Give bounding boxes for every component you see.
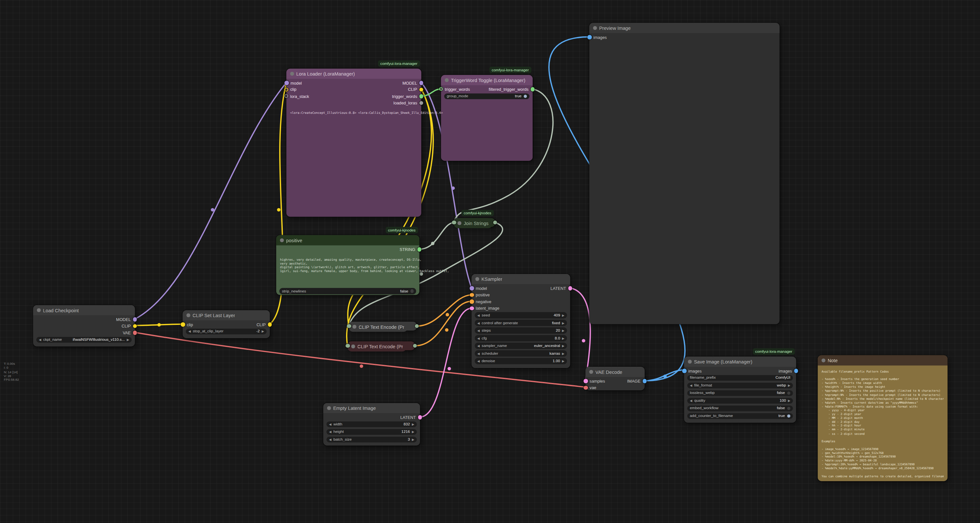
node-load-checkpoint[interactable]: Load CheckpointMODELCLIPVAE◀ckpt_nameil\… bbox=[33, 305, 135, 346]
combo-left-arrow-icon[interactable]: ◀ bbox=[329, 438, 332, 442]
port-samples[interactable] bbox=[584, 379, 588, 383]
combo-left-arrow-icon[interactable]: ◀ bbox=[690, 399, 692, 403]
port-model[interactable] bbox=[284, 81, 289, 85]
port-images[interactable] bbox=[794, 369, 798, 373]
node-header[interactable]: CLIP Set Last Layer bbox=[183, 310, 270, 320]
collapse-dot[interactable] bbox=[475, 277, 479, 281]
graph-canvas[interactable]: Preview ImageimagesTriggerWord Toggle (L… bbox=[0, 0, 980, 523]
port-LATENT[interactable] bbox=[418, 415, 422, 419]
combo-right-arrow-icon[interactable]: ▶ bbox=[562, 336, 565, 340]
widget-scheduler[interactable]: ◀schedulerkarras▶ bbox=[474, 350, 567, 357]
widget-width[interactable]: ◀width832▶ bbox=[326, 421, 417, 427]
toggle-on-icon[interactable] bbox=[523, 95, 527, 98]
collapsed-output-port[interactable] bbox=[415, 324, 419, 328]
collapse-dot[interactable] bbox=[688, 360, 691, 363]
port-clip[interactable] bbox=[181, 322, 185, 326]
node-header[interactable]: CLIP Text Encode (Pr bbox=[348, 322, 408, 332]
port-latent_image[interactable] bbox=[470, 306, 474, 310]
port-clip[interactable] bbox=[284, 87, 288, 92]
toggle-off-icon[interactable] bbox=[787, 391, 791, 395]
port-positive[interactable] bbox=[470, 293, 474, 297]
collapsed-input-port[interactable] bbox=[347, 324, 351, 328]
combo-left-arrow-icon[interactable]: ◀ bbox=[477, 321, 480, 325]
combo-left-arrow-icon[interactable]: ◀ bbox=[477, 352, 480, 355]
collapsed-input-port[interactable] bbox=[345, 344, 350, 348]
widget-quality[interactable]: ◀quality100▶ bbox=[687, 398, 793, 404]
combo-left-arrow-icon[interactable]: ◀ bbox=[690, 384, 692, 387]
port-LATENT[interactable] bbox=[568, 286, 572, 290]
widget-embed-workflow[interactable]: embed_workflowfalse bbox=[687, 405, 793, 412]
collapse-dot[interactable] bbox=[280, 239, 284, 242]
combo-right-arrow-icon[interactable]: ▶ bbox=[562, 344, 565, 347]
combo-right-arrow-icon[interactable]: ▶ bbox=[562, 321, 565, 325]
collapse-dot[interactable] bbox=[290, 72, 294, 76]
node-header[interactable]: TriggerWord Toggle (LoraManager) bbox=[441, 75, 533, 85]
collapse-dot[interactable] bbox=[351, 345, 355, 348]
combo-left-arrow-icon[interactable]: ◀ bbox=[329, 430, 332, 434]
widget-file-format[interactable]: ◀file_formatwebp▶ bbox=[687, 382, 793, 388]
port-model[interactable] bbox=[470, 286, 474, 290]
node-ksampler[interactable]: KSamplermodelLATENTpositivenegativelaten… bbox=[472, 274, 570, 368]
widget-steps[interactable]: ◀steps20▶ bbox=[474, 328, 567, 334]
combo-right-arrow-icon[interactable]: ▶ bbox=[562, 359, 565, 363]
port-MODEL[interactable] bbox=[133, 317, 137, 321]
toggle-off-icon[interactable] bbox=[410, 290, 414, 293]
widget-filename-prefix[interactable]: filename_prefixComfyUI bbox=[687, 375, 793, 381]
node-clip-text-encode-negative[interactable]: CLIP Text Encode (Pr bbox=[347, 341, 415, 350]
node-header[interactable]: Load Checkpoint bbox=[33, 305, 135, 315]
collapse-dot[interactable] bbox=[37, 308, 41, 312]
collapse-dot[interactable] bbox=[445, 78, 448, 82]
widget-group-mode[interactable]: group_modetrue bbox=[444, 94, 530, 100]
collapse-dot[interactable] bbox=[353, 325, 356, 328]
combo-left-arrow-icon[interactable]: ◀ bbox=[477, 328, 480, 332]
port-negative[interactable] bbox=[470, 299, 474, 303]
widget-height[interactable]: ◀height1216▶ bbox=[326, 429, 417, 435]
collapsed-output-port[interactable] bbox=[412, 344, 417, 348]
node-header[interactable]: VAE Decode bbox=[585, 367, 645, 377]
collapsed-input-port[interactable] bbox=[452, 220, 456, 225]
combo-right-arrow-icon[interactable]: ▶ bbox=[562, 352, 565, 355]
node-clip-text-encode-positive[interactable]: CLIP Text Encode (Pr bbox=[348, 322, 417, 330]
node-triggerword-toggle[interactable]: TriggerWord Toggle (LoraManager)trigger_… bbox=[441, 75, 533, 161]
port-trigger_words[interactable] bbox=[419, 94, 423, 98]
port-vae[interactable] bbox=[584, 385, 588, 390]
port-CLIP[interactable] bbox=[133, 324, 137, 328]
combo-right-arrow-icon[interactable]: ▶ bbox=[412, 423, 415, 426]
node-header[interactable]: Join Strings bbox=[454, 218, 492, 228]
combo-left-arrow-icon[interactable]: ◀ bbox=[39, 338, 41, 342]
port-filtered_trigger_words[interactable] bbox=[530, 87, 535, 92]
port-loaded_loras[interactable] bbox=[419, 101, 423, 105]
combo-left-arrow-icon[interactable]: ◀ bbox=[329, 423, 332, 426]
collapse-dot[interactable] bbox=[822, 358, 825, 362]
port-VAE[interactable] bbox=[133, 330, 137, 334]
combo-right-arrow-icon[interactable]: ▶ bbox=[562, 313, 565, 317]
node-clip-set-last-layer[interactable]: CLIP Set Last LayerclipCLIP◀stop_at_clip… bbox=[183, 310, 270, 338]
combo-left-arrow-icon[interactable]: ◀ bbox=[477, 336, 480, 340]
node-header[interactable]: CLIP Text Encode (Pr bbox=[347, 341, 407, 352]
node-preview-image[interactable]: Preview Imageimages bbox=[589, 23, 780, 324]
port-lora_stack[interactable] bbox=[284, 94, 288, 98]
widget-control-after-generate[interactable]: ◀control after generatefixed▶ bbox=[474, 320, 567, 326]
widget-lossless-webp[interactable]: lossless_webpfalse bbox=[687, 390, 793, 396]
node-positive-prompt[interactable]: positiveSTRINGhighres, very detailed, am… bbox=[276, 235, 419, 295]
combo-right-arrow-icon[interactable]: ▶ bbox=[788, 384, 791, 387]
node-header[interactable]: KSampler bbox=[472, 274, 570, 284]
widget-strip-newlines[interactable]: strip_newlinesfalse bbox=[280, 288, 416, 294]
widget-stop-at-clip-layer[interactable]: ◀stop_at_clip_layer-2▶ bbox=[186, 328, 267, 334]
combo-right-arrow-icon[interactable]: ▶ bbox=[262, 330, 264, 333]
node-note[interactable]: NoteAvailable filename_prefix Pattern Co… bbox=[818, 355, 948, 481]
node-vae-decode[interactable]: VAE DecodesamplesIMAGEvae bbox=[585, 367, 645, 390]
collapse-dot[interactable] bbox=[458, 222, 461, 225]
node-header[interactable]: Preview Image bbox=[589, 23, 780, 33]
widget-ckpt-name[interactable]: ◀ckpt_nameil\waiNSFWIllustrious_v110.s..… bbox=[37, 336, 132, 343]
port-CLIP[interactable] bbox=[267, 322, 272, 326]
node-header[interactable]: Empty Latent Image bbox=[323, 403, 420, 413]
collapse-dot[interactable] bbox=[327, 406, 331, 410]
port-IMAGE[interactable] bbox=[643, 379, 647, 383]
node-header[interactable]: Lora Loader (LoraManager) bbox=[286, 69, 422, 79]
port-images[interactable] bbox=[587, 35, 592, 39]
combo-right-arrow-icon[interactable]: ▶ bbox=[412, 430, 415, 434]
node-header[interactable]: positive bbox=[276, 235, 419, 245]
combo-right-arrow-icon[interactable]: ▶ bbox=[562, 328, 565, 332]
node-header[interactable]: Save Image (LoraManager) bbox=[684, 357, 796, 367]
